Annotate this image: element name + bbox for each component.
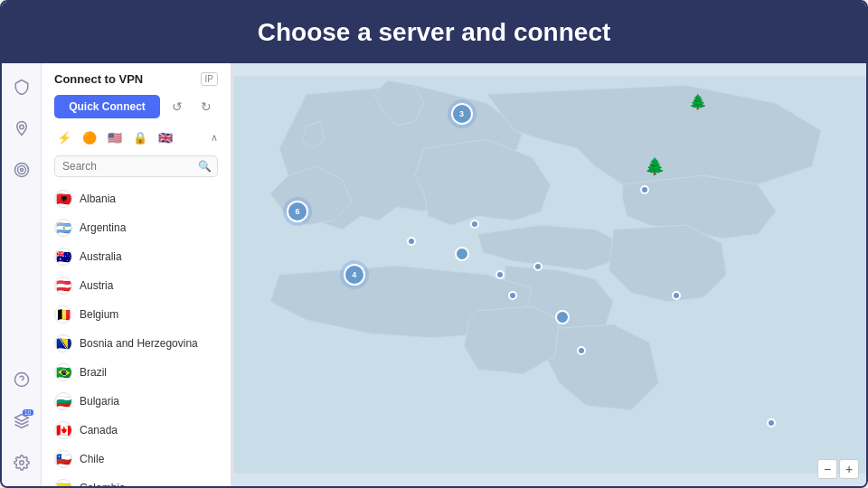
zoom-controls: − + [817,459,859,479]
search-wrapper: 🔍 [54,155,218,177]
dot-g[interactable] [555,310,570,324]
ip-badge[interactable]: IP [201,72,218,86]
dot-a[interactable] [407,237,416,246]
country-item[interactable]: 🇨🇦Canada [42,416,231,445]
country-name: Canada [80,424,118,436]
country-name: Colombia [80,482,126,486]
panel-title: Connect to VPN [54,72,143,86]
shield-nav-icon[interactable] [9,74,34,99]
map-tree-icon-2: 🌲 [689,93,707,110]
flag-icon: 🇧🇷 [54,363,72,381]
country-item[interactable]: 🇧🇬Bulgaria [42,387,231,416]
country-list: 🇦🇱Albania🇦🇷Argentina🇦🇺Australia🇦🇹Austria… [42,184,231,486]
reload-button[interactable]: ↻ [194,95,218,118]
country-item[interactable]: 🇦🇱Albania [42,184,231,213]
filter-lightning-icon[interactable]: ⚡ [54,129,74,146]
layers-nav-icon[interactable]: 10 [9,408,34,434]
help-nav-icon[interactable] [9,367,34,392]
search-icon: 🔍 [198,160,212,173]
svg-point-0 [19,125,24,129]
svg-point-3 [20,169,23,172]
filter-us-icon[interactable]: 🇺🇸 [105,129,125,146]
flag-icon: 🇧🇪 [54,305,72,324]
flag-icon: 🇨🇴 [54,479,72,486]
zoom-out-button[interactable]: − [817,459,837,479]
country-name: Bulgaria [80,395,119,408]
app-container: 10 Connect to VPN IP Quick Connect ↺ ↻ [2,63,866,486]
map-tree-icon-1: 🌲 [645,156,665,176]
flag-icon: 🇧🇦 [54,334,72,352]
country-item[interactable]: 🇦🇹Austria [42,271,231,300]
country-item[interactable]: 🇨🇱Chile [42,445,231,474]
flag-icon: 🇦🇱 [54,190,72,208]
search-row: 🔍 [42,154,231,184]
dot-h[interactable] [577,346,586,355]
top-banner: Choose a server and connect [2,2,866,63]
flag-icon: 🇧🇬 [54,392,72,410]
dot-3[interactable]: 3 [451,103,473,125]
quick-connect-row: Quick Connect ↺ ↻ [42,91,231,126]
filter-row: ⚡ 🟠 🇺🇸 🔒 🇬🇧 ∧ [42,126,231,154]
dot-c[interactable] [455,247,469,261]
search-input[interactable] [62,160,198,173]
flag-icon: 🇨🇦 [54,421,72,439]
dot-f[interactable] [508,291,517,300]
filter-ireland-icon[interactable]: 🟠 [80,129,99,146]
dot-e[interactable] [533,262,542,271]
zoom-in-button[interactable]: + [839,459,859,479]
main-panel: Connect to VPN IP Quick Connect ↺ ↻ ⚡ 🟠 … [42,63,231,486]
target-nav-icon[interactable] [9,157,34,183]
banner-title: Choose a server and connect [258,18,611,46]
dot-4[interactable]: 4 [344,264,365,286]
country-name: Belgium [80,308,118,321]
svg-point-7 [19,461,24,465]
country-item[interactable]: 🇦🇺Australia [42,242,231,271]
flag-icon: 🇦🇹 [54,277,72,295]
country-name: Chile [80,453,104,465]
dot-j[interactable] [640,185,649,194]
country-name: Argentina [80,221,126,234]
map-nav-icon[interactable] [9,116,34,141]
country-name: Austria [80,279,113,292]
filter-lock-icon[interactable]: 🔒 [130,129,150,146]
dot-i[interactable] [672,291,681,300]
flag-icon: 🇦🇷 [54,219,72,237]
dot-6[interactable]: 6 [287,201,308,222]
settings-nav-icon[interactable] [9,450,34,475]
app-window: Choose a server and connect [0,0,868,488]
country-item[interactable]: 🇨🇴Colombia [42,474,231,486]
filter-chevron-icon[interactable]: ∧ [211,132,218,144]
country-name: Bosnia and Herzegovina [80,337,198,350]
refresh-button[interactable]: ↺ [165,95,189,118]
country-item[interactable]: 🇦🇷Argentina [42,213,231,242]
panel-header: Connect to VPN IP [42,63,231,91]
country-item[interactable]: 🇧🇪Belgium [42,300,231,329]
quick-connect-button[interactable]: Quick Connect [54,95,160,118]
dot-k[interactable] [767,418,776,427]
dot-b[interactable] [470,220,479,229]
country-name: Australia [80,250,122,263]
country-name: Brazil [80,366,107,379]
flag-icon: 🇨🇱 [54,450,72,468]
country-item[interactable]: 🇧🇦Bosnia and Herzegovina [42,329,231,358]
flag-icon: 🇦🇺 [54,248,72,266]
icon-sidebar: 10 [2,63,42,486]
map-area: 364🌲🌲 − + [234,63,866,486]
filter-uk-icon[interactable]: 🇬🇧 [156,129,175,146]
dot-d[interactable] [495,270,505,279]
country-name: Albania [80,192,116,205]
country-item[interactable]: 🇧🇷Brazil [42,358,231,387]
svg-point-2 [17,166,25,174]
